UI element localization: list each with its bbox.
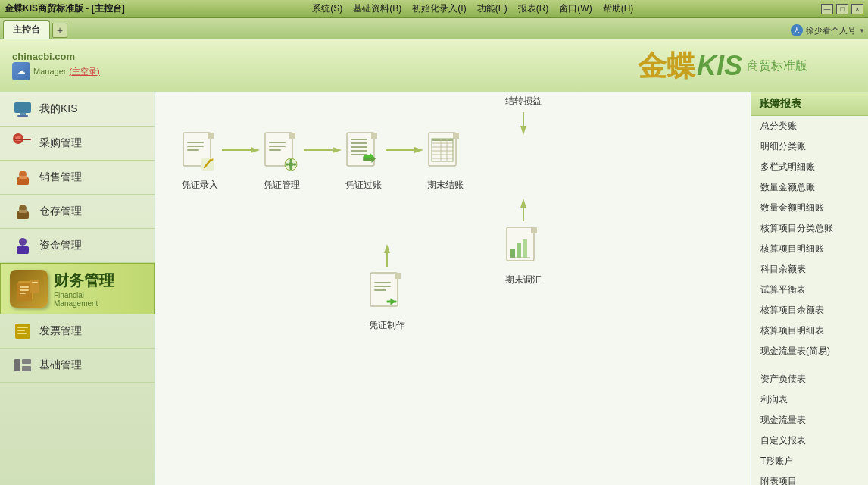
svg-rect-24 [17, 330, 25, 331]
report-item-0[interactable]: 总分类账 [751, 116, 868, 136]
svg-rect-42 [269, 146, 286, 147]
report-item-9[interactable]: 核算项目余额表 [751, 300, 868, 321]
sidebar-item-financial[interactable]: 财务管理 Financial Management [0, 263, 155, 314]
manager-label: Manager [33, 67, 66, 76]
capital-icon [12, 235, 33, 256]
report-item-1[interactable]: 明细分类账 [751, 136, 868, 157]
svg-rect-95 [374, 282, 391, 283]
report-item-4[interactable]: 数量金额明细账 [751, 198, 868, 218]
arrow-3 [386, 142, 423, 158]
tab-main-console[interactable]: 主控台 [3, 20, 50, 39]
financial-title: 财务管理 [54, 271, 114, 291]
settings-icon [12, 355, 33, 376]
financial-subtitle2: Management [54, 299, 114, 308]
report-item-18[interactable]: 附表项目 [751, 471, 868, 485]
svg-rect-26 [14, 359, 20, 371]
sidebar-item-my-kis[interactable]: 我的KIS [0, 92, 155, 127]
svg-rect-96 [374, 286, 391, 287]
sidebar-item-capital[interactable]: 资金管理 [0, 229, 155, 263]
right-panel: 账簿报表 总分类账 明细分类账 多栏式明细账 数量金额总账 数量金额明细账 核算… [751, 92, 868, 485]
flow-voucher-make[interactable]: 凭证制作 [367, 244, 407, 332]
svg-rect-56 [351, 146, 367, 148]
report-item-5[interactable]: 核算项目分类总账 [751, 218, 868, 239]
svg-rect-48 [286, 164, 289, 166]
arrow-1 [222, 142, 260, 158]
user-info: 人 徐少看个人号 ▼ [791, 24, 865, 36]
svg-rect-64 [453, 133, 459, 139]
sidebar-label-invoice: 发票管理 [39, 324, 82, 338]
maximize-button[interactable]: □ [836, 4, 848, 14]
voucher-entry-icon [178, 130, 222, 174]
add-tab-button[interactable]: + [52, 23, 67, 38]
financial-text: 财务管理 Financial Management [54, 271, 114, 308]
sidebar-item-basic[interactable]: 基础管理 [0, 349, 155, 383]
report-item-13[interactable]: 资产负债表 [751, 369, 868, 390]
report-item-8[interactable]: 试算平衡表 [751, 280, 868, 300]
menu-report[interactable]: 报表(R) [518, 2, 549, 15]
svg-rect-33 [187, 149, 199, 151]
header: chinacbi.com ☁ Manager (主空录) 金蝶 KIS 商贸标准… [0, 39, 868, 92]
svg-rect-0 [14, 102, 31, 113]
flow-voucher-post[interactable]: 凭证过账 [342, 130, 386, 192]
username-label: 徐少看个人号 [806, 25, 856, 36]
svg-rect-18 [20, 289, 29, 291]
menu-basic-data[interactable]: 基础资料(B) [353, 2, 401, 15]
flow-voucher-entry[interactable]: 凭证录入 [178, 130, 222, 192]
svg-point-13 [19, 238, 27, 246]
report-item-10[interactable]: 核算项目明细表 [751, 321, 868, 341]
flow-voucher-manage[interactable]: 凭证管理 [260, 130, 304, 192]
menu-window[interactable]: 窗口(W) [559, 2, 592, 15]
sidebar-label-capital: 资金管理 [39, 239, 82, 252]
menu-function[interactable]: 功能(E) [477, 2, 507, 15]
cart-icon [12, 133, 33, 154]
minimize-button[interactable]: — [821, 4, 833, 14]
user-dropdown-icon[interactable]: ▼ [859, 27, 865, 34]
carry-profit-label: 结转损益 [505, 95, 542, 108]
report-item-3[interactable]: 数量金额总账 [751, 177, 868, 198]
manager-link[interactable]: (主空录) [69, 66, 99, 77]
flow-period-close[interactable]: 期末结账 [423, 130, 467, 192]
report-item-11[interactable]: 现金流量表(简易) [751, 341, 868, 361]
svg-marker-82 [520, 126, 526, 135]
flow-carry-profit[interactable]: 结转损益 [504, 92, 543, 135]
svg-rect-88 [517, 242, 521, 258]
voucher-manage-icon [260, 130, 304, 174]
flow-period-adjust[interactable]: 期末调汇 [504, 199, 543, 286]
report-item-17[interactable]: T形账户 [751, 451, 868, 471]
sidebar-item-invoice[interactable]: 发票管理 [0, 314, 155, 349]
svg-rect-2 [17, 115, 28, 117]
svg-rect-27 [22, 359, 31, 364]
menu-init[interactable]: 初始化录入(I) [412, 2, 466, 15]
period-adjust-icon [504, 226, 543, 271]
svg-rect-28 [22, 366, 31, 371]
content-area: 凭证录入 [155, 92, 751, 485]
svg-point-45 [289, 162, 293, 167]
report-item-2[interactable]: 多栏式明细账 [751, 157, 868, 177]
menu-system[interactable]: 系统(S) [312, 2, 342, 15]
svg-rect-89 [523, 239, 527, 258]
close-button[interactable]: × [851, 4, 863, 14]
report-item-14[interactable]: 利润表 [751, 390, 868, 410]
svg-rect-31 [187, 142, 204, 143]
sidebar-label-my-kis: 我的KIS [39, 102, 78, 116]
svg-rect-14 [17, 246, 29, 254]
svg-rect-40 [289, 133, 295, 139]
svg-rect-1 [20, 113, 26, 115]
svg-rect-21 [32, 282, 38, 283]
logo-area: chinacbi.com ☁ Manager (主空录) [12, 51, 100, 80]
menu-help[interactable]: 帮助(H) [603, 2, 634, 15]
sidebar-item-purchase[interactable]: 采购管理 [0, 127, 155, 161]
site-name: chinacbi.com [12, 51, 100, 62]
report-item-7[interactable]: 科目余额表 [751, 259, 868, 280]
report-item-15[interactable]: 现金流量表 [751, 410, 868, 430]
sidebar-item-sales[interactable]: 销售管理 [0, 161, 155, 195]
sidebar-item-warehouse[interactable]: 仓存管理 [0, 195, 155, 229]
svg-rect-30 [208, 133, 214, 139]
report-item-6[interactable]: 核算项目明细账 [751, 239, 868, 259]
svg-rect-52 [347, 133, 374, 166]
report-item-16[interactable]: 自定义报表 [751, 430, 868, 451]
svg-rect-6 [14, 139, 31, 140]
sidebar-label-basic: 基础管理 [39, 358, 82, 372]
svg-rect-46 [290, 159, 292, 162]
app-title: 金蝶KIS商贸标准版 - [主控台] [5, 2, 125, 15]
